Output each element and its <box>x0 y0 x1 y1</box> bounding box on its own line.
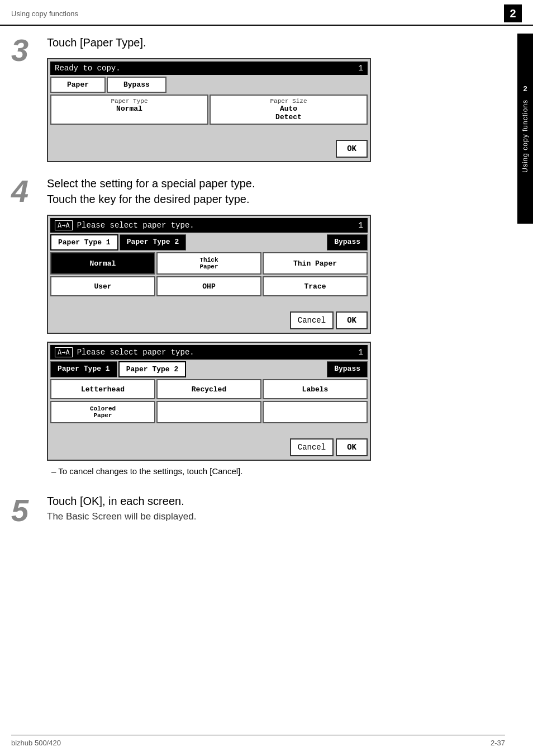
step-5-number: 5 <box>11 495 38 526</box>
step-3: 3 Touch [Paper Type]. Ready to copy. 1 P… <box>11 35 505 162</box>
lcd-spacer-2 <box>50 298 368 309</box>
step-4-content: Select the setting for a special paper t… <box>47 176 505 481</box>
step-4-note: – To cancel changes to the settings, tou… <box>47 466 505 476</box>
step-3-instruction: Touch [Paper Type]. <box>47 35 505 50</box>
lcd-btn-row1-step4a: Normal ThickPaper Thin Paper <box>50 252 368 275</box>
btn-thin-paper[interactable]: Thin Paper <box>263 252 368 275</box>
step-4-instruction: Select the setting for a special paper t… <box>47 176 505 207</box>
footer-page: 2-37 <box>491 739 505 747</box>
paper-type-label: Paper Type <box>56 98 203 105</box>
lcd-count-step4a: 1 <box>359 221 363 230</box>
step-5-instruction: Touch [OK], in each screen. <box>47 495 505 508</box>
btn-trace[interactable]: Trace <box>263 276 368 296</box>
btn-user[interactable]: User <box>50 276 155 296</box>
lcd-tab-bar-step3: Paper Bypass <box>50 77 368 93</box>
lcd-tab-papertype1-b[interactable]: Paper Type 1 <box>50 361 117 377</box>
side-tab-label: Using copy functions <box>521 100 529 173</box>
step-3-content: Touch [Paper Type]. Ready to copy. 1 Pap… <box>47 35 505 162</box>
step-5-content: Touch [OK], in each screen. The Basic Sc… <box>47 495 505 522</box>
page-footer: bizhub 500/420 2-37 <box>11 735 505 747</box>
lcd-title-step3: Ready to copy. <box>55 64 121 73</box>
paper-size-label: Paper Size <box>215 98 362 105</box>
lcd-footer-step4a: Cancel OK <box>50 309 368 330</box>
lcd-paper-options: Paper Type Normal Paper Size AutoDetect <box>50 94 368 125</box>
lcd-btn-row2-step4a: User OHP Trace <box>50 276 368 296</box>
lcd-btn-row2-step4b: ColoredPaper <box>50 401 368 423</box>
lcd-ok-btn-step4a[interactable]: OK <box>336 311 368 329</box>
btn-ohp[interactable]: OHP <box>156 276 261 296</box>
step-5-subtext: The Basic Screen will be displayed. <box>47 511 505 522</box>
lcd-cancel-btn-step4a[interactable]: Cancel <box>290 311 334 329</box>
lcd-footer-step4b: Cancel OK <box>50 436 368 457</box>
side-tab-chapter: 2 <box>523 84 527 93</box>
btn-empty-2 <box>263 401 368 423</box>
lcd-tabs-step4a: Paper Type 1 Paper Type 2 Bypass <box>50 234 368 251</box>
paper-size-value: AutoDetect <box>215 105 362 121</box>
lcd-copy-count-step3: 1 <box>359 64 363 73</box>
lcd-tab-papertype2-b[interactable]: Paper Type 2 <box>118 361 187 377</box>
lcd-btn-row1-step4b: Letterhead Recycled Labels <box>50 379 368 399</box>
btn-recycled[interactable]: Recycled <box>156 379 261 399</box>
lcd-tabs-step4b: Paper Type 1 Paper Type 2 Bypass <box>50 361 368 377</box>
footer-model: bizhub 500/420 <box>11 739 61 747</box>
lcd-tab-bypass-a[interactable]: Bypass <box>327 234 368 251</box>
lcd-screen-step4a: A→A Please select paper type. 1 Paper Ty… <box>47 215 371 334</box>
step-3-number: 3 <box>11 35 38 66</box>
paper-type-value: Normal <box>56 105 203 113</box>
lcd-tab-bypass-b[interactable]: Bypass <box>327 361 368 377</box>
lcd-paper-size-btn[interactable]: Paper Size AutoDetect <box>210 94 368 125</box>
btn-labels[interactable]: Labels <box>263 379 368 399</box>
lcd-screen-step4b: A→A Please select paper type. 1 Paper Ty… <box>47 342 371 461</box>
step-4: 4 Select the setting for a special paper… <box>11 176 505 481</box>
lcd-tab-papertype1-a[interactable]: Paper Type 1 <box>50 234 118 251</box>
step-4-number: 4 <box>11 176 38 207</box>
btn-normal[interactable]: Normal <box>50 252 155 275</box>
lcd-spacer-3 <box>50 425 368 436</box>
btn-thick[interactable]: ThickPaper <box>156 252 261 275</box>
lcd-title-step4b: Please select paper type. <box>77 348 359 357</box>
lcd-count-step4b: 1 <box>359 348 363 357</box>
lcd-cancel-btn-step4b[interactable]: Cancel <box>290 438 334 456</box>
btn-colored-paper[interactable]: ColoredPaper <box>50 401 155 423</box>
lcd-icon-aa-1: A→A <box>55 220 73 230</box>
step-5: 5 Touch [OK], in each screen. The Basic … <box>11 495 505 526</box>
lcd-ok-btn-step4b[interactable]: OK <box>336 438 368 456</box>
page-header: Using copy functions 2 <box>0 0 533 26</box>
lcd-spacer-1 <box>50 126 368 138</box>
chapter-badge: 2 <box>504 4 522 22</box>
header-section-label: Using copy functions <box>11 10 78 18</box>
lcd-paper-type-btn[interactable]: Paper Type Normal <box>50 94 208 125</box>
lcd-footer-step3: OK <box>50 138 368 159</box>
lcd-title-bar-step4b: A→A Please select paper type. 1 <box>50 345 368 360</box>
lcd-title-bar-step4a: A→A Please select paper type. 1 <box>50 218 368 233</box>
lcd-title-bar-step3: Ready to copy. 1 <box>50 62 368 75</box>
lcd-tab-paper[interactable]: Paper <box>50 77 106 93</box>
lcd-screen-step3: Ready to copy. 1 Paper Bypass Paper Type… <box>47 58 371 162</box>
side-tab: 2 Using copy functions <box>517 34 533 224</box>
lcd-icon-aa-2: A→A <box>55 347 73 357</box>
btn-empty-1 <box>156 401 261 423</box>
lcd-title-step4a: Please select paper type. <box>77 221 359 230</box>
lcd-tab-papertype2-a[interactable]: Paper Type 2 <box>120 234 187 251</box>
btn-letterhead[interactable]: Letterhead <box>50 379 155 399</box>
main-content: 3 Touch [Paper Type]. Ready to copy. 1 P… <box>0 26 533 549</box>
lcd-tab-bypass[interactable]: Bypass <box>107 77 166 93</box>
lcd-ok-btn-step3[interactable]: OK <box>336 140 368 158</box>
